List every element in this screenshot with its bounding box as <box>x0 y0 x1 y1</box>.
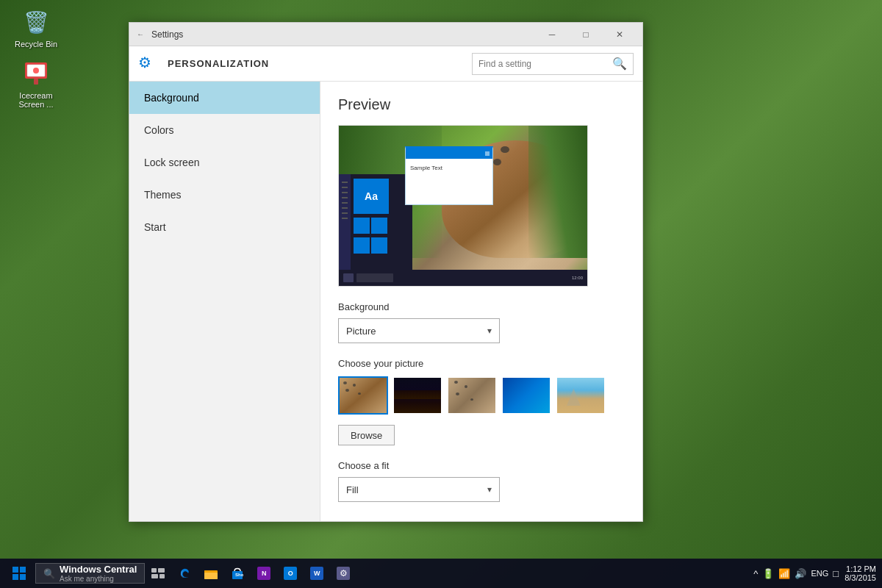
wifi-icon[interactable]: 📶 <box>778 568 790 579</box>
pictures-grid <box>338 376 625 415</box>
cortana-search[interactable]: 🔍 Windows Central Ask me anything <box>35 563 145 584</box>
edge-icon <box>178 567 191 580</box>
beach-thumbnail <box>557 378 604 413</box>
recycle-bin-icon: 🗑️ <box>21 7 51 37</box>
titlebar-left: ← Settings <box>135 29 183 40</box>
svg-rect-4 <box>34 79 38 85</box>
sidebar-item-background[interactable]: Background <box>129 82 320 114</box>
sidebar: Background Colors Lock screen Themes Sta… <box>129 82 320 521</box>
file-explorer-button[interactable] <box>201 563 221 584</box>
speaker-icon[interactable]: 🔊 <box>795 568 806 579</box>
choose-picture-label: Choose your picture <box>338 358 625 369</box>
fit-dropdown[interactable]: Fill ▾ <box>338 477 500 502</box>
svg-point-3 <box>33 68 39 74</box>
search-box[interactable]: 🔍 <box>472 53 634 75</box>
icecream-icon <box>21 59 51 88</box>
sidebar-item-lock-screen[interactable]: Lock screen <box>129 146 320 179</box>
svg-text:Shop: Shop <box>235 573 243 577</box>
sidebar-item-start[interactable]: Start <box>129 211 320 243</box>
task-view-button[interactable] <box>148 563 168 584</box>
action-center-icon[interactable]: □ <box>833 568 839 579</box>
preview-heading: Preview <box>338 96 625 113</box>
background-dropdown-value: Picture <box>346 326 376 337</box>
background-dropdown[interactable]: Picture ▾ <box>338 318 500 343</box>
show-hidden-icons[interactable]: ^ <box>753 568 758 579</box>
search-input[interactable] <box>478 59 612 69</box>
preview-start-menu: Aa <box>339 174 412 270</box>
picture-thumb-2[interactable] <box>392 376 442 415</box>
back-button[interactable]: ← <box>135 29 146 40</box>
windows-logo-icon <box>12 566 26 581</box>
preview-container: Aa <box>338 125 588 287</box>
topbar: ⚙ PERSONALIZATION 🔍 <box>129 46 642 82</box>
preview-background: Aa <box>339 126 587 286</box>
taskbar: 🔍 Windows Central Ask me anything <box>0 559 882 588</box>
sample-text: Sample Text <box>406 159 492 177</box>
cheetah-thumbnail <box>340 378 387 413</box>
night-thumbnail <box>394 378 441 413</box>
clock-time: 1:12 PM <box>845 564 876 573</box>
outlook-icon: O <box>284 567 297 580</box>
svg-rect-10 <box>158 568 165 573</box>
titlebar-controls: ─ □ ✕ <box>535 23 637 46</box>
gear-icon: ⚙ <box>138 54 159 74</box>
settings-window: ← Settings ─ □ ✕ ⚙ PERSONALIZATION 🔍 B <box>129 22 643 522</box>
content-area: Background Colors Lock screen Themes Sta… <box>129 82 642 521</box>
taskbar-left: 🔍 Windows Central Ask me anything <box>6 560 354 587</box>
preview-taskbar: 12:00 <box>339 270 587 286</box>
close-button[interactable]: ✕ <box>603 23 637 46</box>
settings-taskbar-icon: ⚙ <box>337 567 350 580</box>
minimize-button[interactable]: ─ <box>535 23 569 46</box>
svg-rect-14 <box>204 573 218 579</box>
outlook-button[interactable]: O <box>280 563 301 584</box>
chevron-down-icon: ▾ <box>487 326 492 336</box>
svg-rect-8 <box>20 574 26 580</box>
icecream-label: IcecreamScreen ... <box>18 91 53 109</box>
brand-name: Windows Central <box>60 564 137 575</box>
start-button[interactable] <box>6 560 32 587</box>
onenote-button[interactable]: N <box>254 563 274 584</box>
store-button[interactable]: Shop <box>227 563 248 584</box>
picture-thumb-5[interactable] <box>556 376 606 415</box>
chevron-down-icon-2: ▾ <box>487 484 492 495</box>
file-explorer-icon <box>204 567 218 579</box>
svg-rect-7 <box>12 574 18 580</box>
svg-rect-5 <box>12 567 18 573</box>
svg-rect-15 <box>204 570 209 573</box>
search-icon-taskbar: 🔍 <box>43 568 55 579</box>
background-label: Background <box>338 301 625 312</box>
blue-thumbnail <box>503 378 550 413</box>
leopard-thumbnail <box>448 378 495 413</box>
clock-area[interactable]: 1:12 PM 8/3/2015 <box>845 564 876 582</box>
task-view-icon <box>151 568 165 578</box>
ime-icon[interactable]: ENG <box>811 569 828 578</box>
fit-dropdown-value: Fill <box>346 484 359 495</box>
desktop-icon-icecream[interactable]: IcecreamScreen ... <box>10 59 62 109</box>
window-title: Settings <box>151 29 183 40</box>
settings-taskbar-button[interactable]: ⚙ <box>333 563 354 584</box>
brand-sub: Ask me anything <box>60 575 137 583</box>
sidebar-item-themes[interactable]: Themes <box>129 179 320 211</box>
page-title: PERSONALIZATION <box>168 58 463 69</box>
clock-date: 8/3/2015 <box>845 573 876 582</box>
taskbar-right: ^ 🔋 📶 🔊 ENG □ 1:12 PM 8/3/2015 <box>753 564 876 582</box>
picture-thumb-4[interactable] <box>501 376 551 415</box>
recycle-bin-label: Recycle Bin <box>15 40 57 49</box>
picture-thumb-3[interactable] <box>447 376 497 415</box>
main-panel: Preview <box>320 82 642 521</box>
sidebar-item-colors[interactable]: Colors <box>129 114 320 146</box>
desktop-icon-recycle-bin[interactable]: 🗑️ Recycle Bin <box>10 7 62 49</box>
preview-sample-dialog: Sample Text <box>405 146 493 205</box>
svg-rect-11 <box>151 574 158 578</box>
maximize-button[interactable]: □ <box>569 23 603 46</box>
edge-browser-button[interactable] <box>174 563 195 584</box>
search-icon: 🔍 <box>612 57 627 71</box>
browse-button[interactable]: Browse <box>338 425 395 445</box>
picture-thumb-1[interactable] <box>338 376 388 415</box>
svg-rect-6 <box>20 567 26 573</box>
onenote-icon: N <box>257 567 270 580</box>
battery-icon[interactable]: 🔋 <box>762 568 774 579</box>
taskbar-app-icons: Shop N O W ⚙ <box>148 563 354 584</box>
desktop: 🗑️ Recycle Bin IcecreamScreen ... ← Sett… <box>0 0 882 588</box>
word-button[interactable]: W <box>306 563 327 584</box>
